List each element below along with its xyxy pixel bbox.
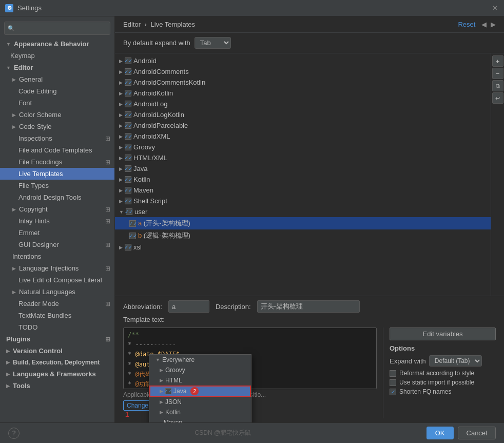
template-group-androidxml[interactable]: ▶ ✓ AndroidXML bbox=[115, 131, 491, 142]
template-group-androidcommentskt[interactable]: ▶ ✓ AndroidCommentsKotlin bbox=[115, 77, 491, 88]
checkbox-androidlog[interactable]: ✓ bbox=[125, 101, 131, 107]
sidebar-item-reader-mode[interactable]: Reader Mode ⊞ bbox=[0, 298, 114, 310]
sidebar-item-natural-languages[interactable]: ▶ Natural Languages bbox=[0, 286, 114, 298]
sidebar-item-build[interactable]: ▶ Build, Execution, Deployment bbox=[0, 357, 114, 368]
sidebar-item-general[interactable]: ▶ General bbox=[0, 73, 114, 85]
copy-button[interactable]: ⧉ bbox=[492, 80, 503, 91]
template-group-kotlin[interactable]: ▶ ✓ Kotlin bbox=[115, 174, 491, 185]
checkbox-kotlin[interactable]: ✓ bbox=[125, 176, 131, 183]
template-group-user[interactable]: ▼ ✓ user bbox=[115, 206, 491, 217]
edit-variables-button[interactable]: Edit variables bbox=[390, 328, 496, 340]
dropdown-maven[interactable]: Maven bbox=[149, 417, 251, 422]
sidebar-item-inspections[interactable]: Inspections ⊞ bbox=[0, 132, 114, 144]
close-button[interactable]: ✕ bbox=[491, 4, 499, 12]
group-label-groovy: Groovy bbox=[133, 143, 155, 151]
group-label-androidlogkotlin: AndroidLogKotlin bbox=[133, 111, 184, 119]
checkbox-android[interactable]: ✓ bbox=[125, 57, 131, 64]
abbrev-label: Abbreviation: bbox=[123, 303, 162, 311]
sidebar-item-copyright[interactable]: ▶ Copyright ⊞ bbox=[0, 203, 114, 215]
checkbox-user[interactable]: ✓ bbox=[126, 208, 132, 215]
sidebar-item-languages[interactable]: ▶ Languages & Frameworks bbox=[0, 368, 114, 380]
restore-button[interactable]: ↩ bbox=[492, 92, 503, 104]
add-button[interactable]: + bbox=[492, 55, 503, 67]
sidebar-item-color-scheme[interactable]: ▶ Color Scheme bbox=[0, 109, 114, 121]
search-box[interactable]: 🔍 bbox=[4, 22, 110, 35]
ok-button[interactable]: OK bbox=[427, 427, 454, 439]
sidebar-item-todo[interactable]: TODO bbox=[0, 321, 114, 333]
template-group-xsl[interactable]: ▶ ✓ xsl bbox=[115, 242, 491, 253]
checkbox-item-a[interactable]: ✓ bbox=[129, 220, 136, 227]
sidebar-item-file-code-templates[interactable]: File and Code Templates bbox=[0, 144, 114, 156]
shorten-fq-checkbox[interactable] bbox=[390, 389, 396, 395]
item-rest-b: (逻辑-架构梳理) bbox=[144, 232, 190, 239]
template-group-maven[interactable]: ▶ ✓ Maven bbox=[115, 185, 491, 196]
sidebar-item-version-control[interactable]: ▶ Version Control bbox=[0, 345, 114, 357]
sidebar-item-editor[interactable]: ▼ Editor bbox=[0, 62, 114, 73]
static-import-checkbox[interactable] bbox=[390, 379, 396, 386]
checkbox-xsl[interactable]: ✓ bbox=[125, 244, 131, 251]
template-group-shellscript[interactable]: ▶ ✓ Shell Script bbox=[115, 196, 491, 206]
dropdown-groovy[interactable]: ▶ Groovy bbox=[149, 365, 251, 375]
sidebar-item-keymap[interactable]: Keymap bbox=[0, 50, 114, 62]
reset-button[interactable]: Reset bbox=[458, 21, 475, 28]
template-item-a[interactable]: ✓ a (开头-架构梳理) bbox=[115, 217, 491, 229]
cancel-button[interactable]: Cancel bbox=[458, 427, 496, 439]
sidebar-item-file-encodings[interactable]: File Encodings ⊞ bbox=[0, 156, 114, 168]
checkbox-androidlogkotlin[interactable]: ✓ bbox=[125, 111, 131, 118]
sidebar-item-emmet[interactable]: Emmet bbox=[0, 227, 114, 239]
checkbox-java[interactable]: ✓ bbox=[125, 165, 131, 172]
template-group-android[interactable]: ▶ ✓ Android bbox=[115, 55, 491, 66]
remove-button[interactable]: − bbox=[492, 68, 503, 79]
dropdown-java[interactable]: ▶ ✓ Java 2 bbox=[149, 386, 251, 397]
checkbox-groovy[interactable]: ✓ bbox=[125, 144, 131, 150]
back-button[interactable]: ◀ bbox=[481, 21, 487, 28]
template-group-androidlog[interactable]: ▶ ✓ AndroidLog bbox=[115, 99, 491, 109]
template-group-java[interactable]: ▶ ✓ Java bbox=[115, 163, 491, 174]
template-group-htmlxml[interactable]: ▶ ✓ HTML/XML bbox=[115, 152, 491, 163]
sidebar-item-live-edit[interactable]: Live Edit of Compose Literal bbox=[0, 274, 114, 286]
template-item-b[interactable]: ✓ b (逻辑-架构梳理) bbox=[115, 229, 491, 242]
checkbox-androidxml[interactable]: ✓ bbox=[125, 133, 131, 140]
sidebar-item-textmate[interactable]: TextMate Bundles bbox=[0, 310, 114, 321]
checkbox-maven[interactable]: ✓ bbox=[125, 187, 131, 194]
checkbox-androidparcelable[interactable]: ✓ bbox=[125, 122, 131, 129]
sidebar-item-appearance[interactable]: ▼ Appearance & Behavior bbox=[0, 38, 114, 50]
sidebar-item-font[interactable]: Font bbox=[0, 97, 114, 109]
expand-with-select[interactable]: Tab Enter Space bbox=[195, 37, 231, 49]
abbreviation-input[interactable] bbox=[168, 300, 209, 313]
checkbox-androidkotlin[interactable]: ✓ bbox=[125, 90, 131, 97]
dropdown-everywhere[interactable]: ▼ Everywhere bbox=[149, 355, 251, 365]
checkbox-shellscript[interactable]: ✓ bbox=[125, 198, 131, 204]
template-group-groovy[interactable]: ▶ ✓ Groovy bbox=[115, 142, 491, 152]
checkbox-androidcommentskt[interactable]: ✓ bbox=[125, 79, 131, 86]
sidebar-item-language-injections[interactable]: ▶ Language Injections ⊞ bbox=[0, 262, 114, 274]
template-group-androidcomments[interactable]: ▶ ✓ AndroidComments bbox=[115, 66, 491, 77]
sidebar-item-android-design-tools[interactable]: Android Design Tools bbox=[0, 191, 114, 203]
options-expand-select[interactable]: Default (Tab) bbox=[429, 355, 482, 367]
sidebar-item-code-style[interactable]: ▶ Code Style bbox=[0, 121, 114, 132]
help-button[interactable]: ? bbox=[8, 428, 20, 439]
checkbox-item-b[interactable]: ✓ bbox=[129, 233, 136, 239]
template-group-androidlogkotlin[interactable]: ▶ ✓ AndroidLogKotlin bbox=[115, 109, 491, 120]
sidebar-item-file-types[interactable]: File Types bbox=[0, 180, 114, 191]
sidebar-item-code-editing[interactable]: Code Editing bbox=[0, 85, 114, 97]
sidebar-item-inlay-hints[interactable]: Inlay Hints ⊞ bbox=[0, 215, 114, 227]
abbrv-row: Abbreviation: Description: bbox=[123, 300, 496, 313]
checkbox-htmlxml[interactable]: ✓ bbox=[125, 155, 131, 161]
search-input[interactable] bbox=[17, 25, 107, 32]
sidebar-item-tools[interactable]: ▶ Tools bbox=[0, 380, 114, 392]
checkbox-androidcomments[interactable]: ✓ bbox=[125, 68, 131, 75]
dropdown-json[interactable]: ▶ JSON bbox=[149, 397, 251, 407]
template-group-androidparcelable[interactable]: ▶ ✓ AndroidParcelable bbox=[115, 120, 491, 131]
description-input[interactable] bbox=[257, 300, 360, 313]
sidebar-item-intentions[interactable]: Intentions bbox=[0, 251, 114, 262]
dropdown-html[interactable]: ▶ HTML bbox=[149, 375, 251, 386]
reformat-checkbox[interactable] bbox=[390, 370, 396, 377]
sidebar-item-live-templates[interactable]: Live Templates bbox=[0, 168, 114, 180]
dropdown-java-cb[interactable]: ✓ bbox=[165, 388, 171, 394]
sidebar-item-plugins[interactable]: Plugins ⊞ bbox=[0, 333, 114, 345]
sidebar-item-gui-designer[interactable]: GUI Designer ⊞ bbox=[0, 239, 114, 251]
dropdown-kotlin[interactable]: ▶ Kotlin bbox=[149, 407, 251, 417]
template-group-androidkotlin[interactable]: ▶ ✓ AndroidKotlin bbox=[115, 88, 491, 99]
forward-button[interactable]: ▶ bbox=[491, 21, 496, 28]
